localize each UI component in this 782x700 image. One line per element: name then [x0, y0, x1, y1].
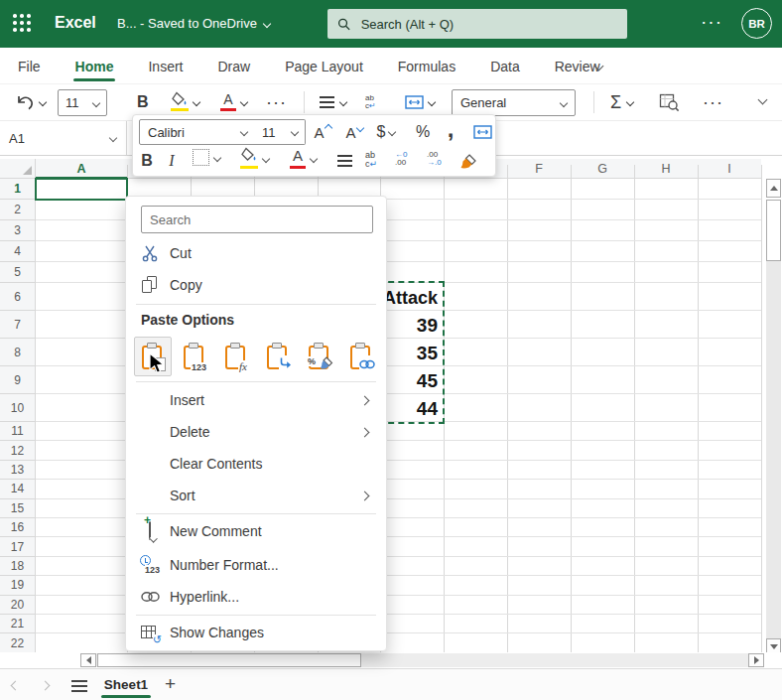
increase-decimal-button[interactable]: .00→.0: [427, 151, 442, 167]
row-header-19[interactable]: 19: [0, 576, 36, 595]
format-painter-button[interactable]: [456, 149, 480, 173]
italic-button-mini[interactable]: I: [163, 149, 181, 173]
all-sheets-menu-icon[interactable]: [71, 680, 87, 682]
previous-sheet-chevron-icon[interactable]: [11, 681, 21, 691]
column-header-A[interactable]: A: [36, 159, 127, 179]
column-header-G[interactable]: G: [571, 159, 634, 179]
column-header-H[interactable]: H: [634, 159, 698, 179]
paste-transpose-icon[interactable]: [266, 343, 288, 370]
autosum-button[interactable]: Σ: [610, 84, 633, 120]
align-button-mini[interactable]: [337, 155, 352, 167]
cell-value-row9[interactable]: 45: [380, 366, 443, 392]
tab-formulas[interactable]: Formulas: [398, 48, 456, 84]
scroll-up-button[interactable]: [766, 179, 781, 198]
scroll-right-button[interactable]: [748, 653, 764, 667]
top-search-box[interactable]: [327, 9, 627, 39]
percent-format-button[interactable]: %: [411, 121, 435, 143]
row-header-20[interactable]: 20: [0, 596, 36, 615]
paste-formulas-icon[interactable]: fx: [224, 343, 246, 370]
app-launcher-icon[interactable]: [13, 14, 33, 34]
document-title[interactable]: B... - Saved to OneDrive: [117, 16, 270, 31]
row-header-7[interactable]: 7: [0, 311, 36, 339]
avatar[interactable]: BR: [741, 8, 772, 39]
tab-page-layout[interactable]: Page Layout: [285, 48, 363, 84]
grow-font-button[interactable]: A: [310, 121, 335, 143]
cell-value-row10[interactable]: 44: [380, 394, 443, 420]
cell-value-row8[interactable]: 35: [380, 339, 443, 364]
cell-value-row6[interactable]: Attack: [380, 283, 443, 309]
column-header-F[interactable]: F: [507, 159, 571, 179]
menu-item-insert[interactable]: Insert: [126, 384, 386, 416]
row-header-8[interactable]: 8: [0, 339, 36, 366]
decrease-decimal-button[interactable]: ←0.00: [395, 151, 407, 167]
number-format-dropdown[interactable]: General: [452, 89, 576, 116]
paste-formatting-icon[interactable]: %: [308, 343, 329, 370]
more-options-icon[interactable]: ···: [701, 11, 722, 33]
vertical-scroll-track[interactable]: [766, 261, 781, 638]
wrap-text-button-mini[interactable]: abc↵: [365, 151, 377, 169]
font-name-dropdown[interactable]: Calibri: [139, 119, 256, 145]
borders-button[interactable]: [193, 149, 220, 166]
row-header-3[interactable]: 3: [0, 220, 36, 241]
row-header-14[interactable]: 14: [0, 480, 36, 498]
tab-insert[interactable]: Insert: [148, 48, 183, 84]
paste-values-icon[interactable]: 123: [183, 343, 204, 370]
horizontal-scroll-thumb[interactable]: [97, 653, 361, 667]
row-header-1[interactable]: 1: [0, 179, 36, 200]
menu-item-clear-contents[interactable]: Clear Contents: [126, 448, 386, 480]
tab-file[interactable]: File: [18, 48, 41, 84]
tab-data[interactable]: Data: [490, 48, 520, 84]
font-color-button-mini[interactable]: A: [290, 147, 317, 171]
search-input[interactable]: [359, 16, 617, 33]
merge-center-button-mini[interactable]: [470, 121, 494, 143]
row-header-6[interactable]: 6: [0, 283, 36, 311]
row-header-21[interactable]: 21: [0, 615, 36, 633]
name-box[interactable]: A1: [0, 121, 127, 155]
fill-color-button-mini[interactable]: [240, 147, 269, 171]
horizontal-scrollbar[interactable]: [0, 652, 782, 668]
menu-item-hyperlink[interactable]: Hyperlink...: [126, 581, 386, 613]
vertical-scrollbar[interactable]: [766, 159, 781, 652]
row-header-18[interactable]: 18: [0, 557, 36, 576]
font-size-dropdown[interactable]: 11: [58, 89, 107, 116]
row-header-4[interactable]: 4: [0, 241, 36, 262]
menu-item-show-changes[interactable]: ↺ Show Changes: [126, 617, 386, 648]
cell-value-row7[interactable]: 39: [380, 311, 443, 337]
bold-button-mini[interactable]: B: [137, 149, 157, 173]
ribbon-collapse-chevron-icon[interactable]: [758, 95, 768, 105]
row-header-17[interactable]: 17: [0, 537, 36, 556]
comma-format-button[interactable]: ,: [441, 117, 460, 141]
row-header-15[interactable]: 15: [0, 499, 36, 518]
row-header-10[interactable]: 10: [0, 394, 36, 422]
next-sheet-chevron-icon[interactable]: [41, 681, 51, 691]
undo-button[interactable]: [14, 84, 46, 120]
menu-item-delete[interactable]: Delete: [126, 416, 386, 448]
row-header-11[interactable]: 11: [0, 422, 36, 441]
tab-home[interactable]: Home: [75, 48, 114, 84]
menu-item-sort[interactable]: Sort: [126, 480, 386, 511]
menu-item-copy[interactable]: Copy: [126, 269, 386, 301]
row-header-16[interactable]: 16: [0, 518, 36, 537]
tab-draw[interactable]: Draw: [217, 48, 250, 84]
row-header-9[interactable]: 9: [0, 366, 36, 394]
more-toolbar-options-icon[interactable]: ···: [703, 84, 723, 120]
vertical-scroll-thumb[interactable]: [766, 200, 781, 261]
shrink-font-button[interactable]: A: [341, 121, 367, 143]
column-header-I[interactable]: I: [698, 159, 761, 179]
menu-item-number-format[interactable]: 123 Number Format...: [126, 549, 386, 581]
row-header-5[interactable]: 5: [0, 262, 36, 283]
row-header-12[interactable]: 12: [0, 441, 36, 460]
add-sheet-button[interactable]: +: [165, 673, 176, 695]
menu-item-new-comment[interactable]: + New Comment: [126, 515, 386, 547]
scroll-left-button[interactable]: [80, 653, 96, 667]
row-header-13[interactable]: 13: [0, 461, 36, 480]
paste-link-icon[interactable]: [349, 343, 371, 370]
context-menu-search-input[interactable]: [141, 206, 373, 233]
font-size-dropdown-mini[interactable]: 11: [255, 119, 306, 145]
find-button[interactable]: [659, 84, 680, 120]
sheet-tab-sheet1[interactable]: Sheet1: [97, 669, 155, 700]
currency-format-button[interactable]: $: [371, 121, 401, 143]
selected-cell-A1[interactable]: [35, 178, 128, 201]
row-header-22[interactable]: 22: [0, 633, 36, 652]
menu-item-cut[interactable]: Cut: [126, 237, 386, 269]
